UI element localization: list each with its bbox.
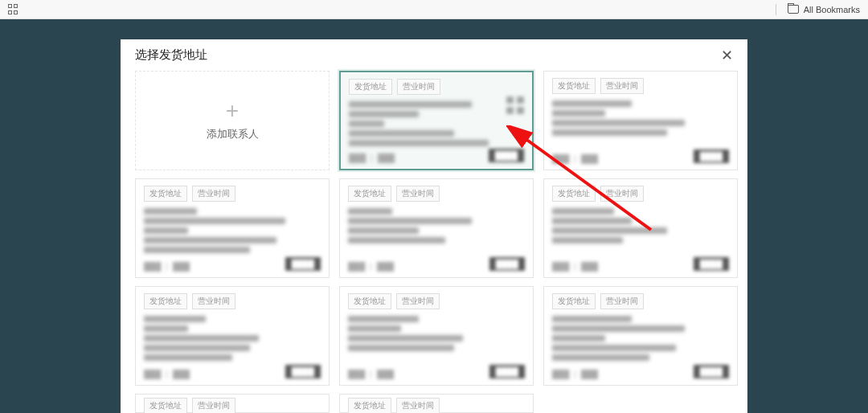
address-picker-modal: 选择发货地址 ✕ +添加联系人发货地址营业时间███|███████发货地址营业…	[121, 39, 747, 413]
card-primary-button[interactable]: ████	[285, 257, 321, 271]
card-tag: 发货地址	[552, 186, 596, 202]
card-tag: 发货地址	[552, 78, 596, 94]
card-tag: 营业时间	[192, 293, 235, 309]
address-card[interactable]: 发货地址营业时间███|███████	[339, 178, 534, 278]
modal-title: 选择发货地址	[135, 47, 207, 63]
address-detail-blurred	[552, 208, 729, 243]
address-detail-blurred	[552, 316, 729, 361]
address-card[interactable]: 发货地址营业时间███|███████	[135, 178, 330, 278]
card-tag: 营业时间	[600, 293, 644, 309]
card-primary-button[interactable]: ████	[489, 257, 525, 271]
card-tag: 发货地址	[552, 293, 596, 309]
card-tag: 营业时间	[397, 79, 440, 95]
add-contact-label: 添加联系人	[207, 127, 259, 141]
folder-icon	[788, 5, 799, 14]
address-detail-blurred	[144, 316, 321, 361]
card-tag: 营业时间	[396, 186, 440, 202]
card-primary-button[interactable]: ████	[694, 365, 729, 378]
card-primary-button[interactable]: ████	[694, 257, 729, 271]
card-tag: 营业时间	[396, 398, 440, 413]
card-tag: 发货地址	[144, 398, 187, 413]
page-background: 选择发货地址 ✕ +添加联系人发货地址营业时间███|███████发货地址营业…	[0, 19, 868, 413]
address-detail-blurred	[552, 100, 729, 136]
address-detail-blurred	[349, 101, 524, 146]
all-bookmarks-link[interactable]: All Bookmarks	[776, 4, 860, 15]
modal-header: 选择发货地址 ✕	[121, 39, 747, 67]
card-primary-button[interactable]: ████	[694, 149, 729, 163]
modal-body: +添加联系人发货地址营业时间███|███████发货地址营业时间███|███…	[121, 67, 747, 413]
apps-grid-icon[interactable]	[8, 4, 19, 15]
address-detail-blurred	[144, 208, 321, 253]
address-card[interactable]: 发货地址营业时间███|███████	[543, 71, 738, 170]
address-card[interactable]: 发货地址营业时间	[135, 394, 330, 413]
card-primary-button[interactable]: ████	[285, 365, 321, 378]
card-tag: 发货地址	[144, 293, 187, 309]
card-tag: 营业时间	[396, 293, 440, 309]
card-tag: 发货地址	[348, 398, 391, 413]
card-tag: 发货地址	[144, 186, 187, 202]
address-card[interactable]: 发货地址营业时间███|███████	[543, 178, 738, 278]
address-card[interactable]: 发货地址营业时间	[339, 394, 534, 413]
bookmarks-label: All Bookmarks	[804, 5, 860, 14]
card-actions: ███|███	[144, 370, 190, 378]
card-tag: 发货地址	[349, 79, 392, 95]
address-card[interactable]: 发货地址营业时间███|███████	[339, 71, 534, 170]
address-card[interactable]: 发货地址营业时间███|███████	[339, 286, 534, 386]
add-contact-card[interactable]: +添加联系人	[135, 71, 330, 170]
card-actions: ███|███	[552, 370, 598, 378]
card-primary-button[interactable]: ████	[489, 149, 524, 162]
card-tag: 发货地址	[348, 293, 391, 309]
card-tag: 营业时间	[192, 186, 235, 202]
card-actions: ███|███	[144, 262, 190, 271]
plus-icon: +	[226, 100, 239, 122]
card-actions: ███|███	[348, 262, 394, 271]
address-card[interactable]: 发货地址营业时间███|███████	[543, 286, 738, 386]
address-card[interactable]: 发货地址营业时间███|███████	[135, 286, 330, 386]
card-tag: 发货地址	[348, 186, 391, 202]
address-detail-blurred	[348, 316, 525, 351]
card-tag: 营业时间	[600, 186, 644, 202]
card-primary-button[interactable]: ████	[489, 365, 525, 378]
close-icon[interactable]: ✕	[721, 48, 733, 63]
browser-chrome-bar: All Bookmarks	[0, 0, 868, 19]
card-tag: 营业时间	[192, 398, 235, 413]
card-actions: ███|███	[552, 154, 598, 163]
card-tag: 营业时间	[600, 78, 644, 94]
card-actions: ███|███	[348, 370, 394, 378]
card-actions: ███|███	[349, 153, 395, 162]
address-detail-blurred	[348, 208, 525, 243]
card-actions: ███|███	[552, 262, 598, 271]
